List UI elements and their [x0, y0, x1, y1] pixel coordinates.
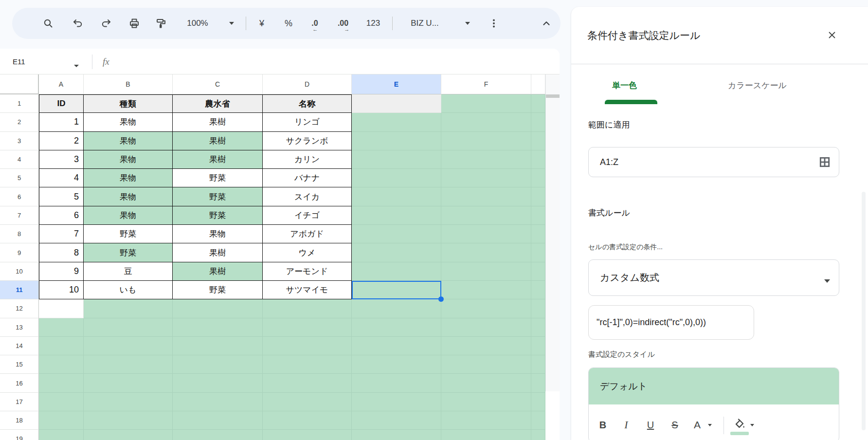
- cell-B1[interactable]: 種類: [84, 94, 173, 113]
- cell-C2[interactable]: 果樹: [173, 113, 263, 131]
- cell-D17[interactable]: [263, 393, 352, 411]
- cell-A19[interactable]: [39, 430, 84, 440]
- cell-A15[interactable]: [39, 355, 84, 374]
- collapse-toolbar-icon[interactable]: [541, 18, 552, 29]
- underline-button[interactable]: U: [642, 417, 659, 433]
- cell-C13[interactable]: [173, 318, 263, 337]
- decrease-decimal-button[interactable]: .0←: [311, 19, 318, 28]
- cell-A5[interactable]: 4: [39, 169, 84, 187]
- custom-formula-input[interactable]: "rc[-1]",0)=indirect("rc",0),0)): [588, 305, 754, 340]
- cell-C3[interactable]: 果樹: [173, 132, 263, 150]
- row-header-5[interactable]: 5: [0, 169, 39, 187]
- cell-B10[interactable]: 豆: [84, 262, 173, 281]
- column-header-D[interactable]: D: [263, 74, 352, 94]
- cell-B4[interactable]: 果物: [84, 150, 173, 169]
- cell-F13[interactable]: [441, 318, 531, 337]
- cell-D6[interactable]: スイカ: [263, 187, 352, 206]
- print-icon[interactable]: [128, 18, 140, 29]
- row-header-14[interactable]: 14: [0, 337, 39, 355]
- more-options-icon[interactable]: [488, 18, 500, 29]
- cell-D5[interactable]: バナナ: [263, 169, 352, 187]
- cell-D3[interactable]: サクランボ: [263, 132, 352, 150]
- cell-A11[interactable]: 10: [39, 281, 84, 299]
- cell-G8[interactable]: [531, 225, 545, 243]
- scrollbar-thumb[interactable]: [546, 94, 560, 98]
- cell-C7[interactable]: 野菜: [173, 206, 263, 225]
- cell-F4[interactable]: [441, 150, 531, 169]
- cell-D1[interactable]: 名称: [263, 94, 352, 113]
- row-header-18[interactable]: 18: [0, 411, 39, 430]
- cell-A16[interactable]: [39, 374, 84, 392]
- row-header-12[interactable]: 12: [0, 299, 39, 318]
- cell-F6[interactable]: [441, 187, 531, 206]
- cell-D7[interactable]: イチゴ: [263, 206, 352, 225]
- column-header-B[interactable]: B: [84, 74, 173, 94]
- cell-F16[interactable]: [441, 374, 531, 392]
- cell-F10[interactable]: [441, 262, 531, 281]
- cell-G18[interactable]: [531, 411, 545, 430]
- column-header-E[interactable]: E: [352, 74, 441, 94]
- cell-G14[interactable]: [531, 337, 545, 355]
- cell-B12[interactable]: [84, 299, 173, 318]
- cell-G15[interactable]: [531, 355, 545, 374]
- cell-C6[interactable]: 野菜: [173, 187, 263, 206]
- row-header-3[interactable]: 3: [0, 132, 39, 150]
- cell-D13[interactable]: [263, 318, 352, 337]
- strikethrough-button[interactable]: S: [667, 417, 683, 433]
- column-header-A[interactable]: A: [39, 74, 84, 94]
- cell-G5[interactable]: [531, 169, 545, 187]
- cell-B13[interactable]: [84, 318, 173, 337]
- cell-D8[interactable]: アボガド: [263, 225, 352, 243]
- cell-E6[interactable]: [352, 187, 441, 206]
- cell-G9[interactable]: [531, 243, 545, 262]
- cell-G16[interactable]: [531, 374, 545, 392]
- cell-C14[interactable]: [173, 337, 263, 355]
- cell-A1[interactable]: ID: [39, 94, 84, 113]
- cell-G4[interactable]: [531, 150, 545, 169]
- name-box-caret-icon[interactable]: [74, 60, 79, 69]
- row-header-16[interactable]: 16: [0, 374, 39, 392]
- cell-F5[interactable]: [441, 169, 531, 187]
- increase-decimal-button[interactable]: .00→: [338, 19, 348, 28]
- row-header-2[interactable]: 2: [0, 113, 39, 131]
- cell-B19[interactable]: [84, 430, 173, 440]
- cell-B16[interactable]: [84, 374, 173, 392]
- cell-A9[interactable]: 8: [39, 243, 84, 262]
- cell-F7[interactable]: [441, 206, 531, 225]
- cell-A10[interactable]: 9: [39, 262, 84, 281]
- cell-F15[interactable]: [441, 355, 531, 374]
- cell-G1[interactable]: [531, 94, 545, 113]
- cell-C10[interactable]: 果樹: [173, 262, 263, 281]
- cell-D16[interactable]: [263, 374, 352, 392]
- row-header-11[interactable]: 11: [0, 281, 39, 299]
- cell-A18[interactable]: [39, 411, 84, 430]
- cell-D10[interactable]: アーモンド: [263, 262, 352, 281]
- cell-G6[interactable]: [531, 187, 545, 206]
- cell-G12[interactable]: [531, 299, 545, 318]
- cell-F3[interactable]: [441, 132, 531, 150]
- row-header-13[interactable]: 13: [0, 318, 39, 337]
- row-header-7[interactable]: 7: [0, 206, 39, 225]
- cell-F14[interactable]: [441, 337, 531, 355]
- cell-D4[interactable]: カリン: [263, 150, 352, 169]
- row-header-8[interactable]: 8: [0, 225, 39, 243]
- select-data-range-icon[interactable]: [818, 156, 831, 168]
- cell-A12[interactable]: [39, 299, 84, 318]
- cell-B2[interactable]: 果物: [84, 113, 173, 131]
- tab-color-scale[interactable]: カラースケール: [728, 80, 787, 91]
- cell-D18[interactable]: [263, 411, 352, 430]
- search-icon[interactable]: [42, 18, 54, 29]
- cell-E14[interactable]: [352, 337, 441, 355]
- cell-E18[interactable]: [352, 411, 441, 430]
- condition-select[interactable]: カスタム数式: [588, 259, 839, 296]
- cell-E19[interactable]: [352, 430, 441, 440]
- cell-D15[interactable]: [263, 355, 352, 374]
- cell-F19[interactable]: [441, 430, 531, 440]
- row-header-1[interactable]: 1: [0, 94, 39, 113]
- percent-format-button[interactable]: %: [285, 18, 292, 29]
- column-header-partial[interactable]: [531, 74, 545, 94]
- vertical-scrollbar[interactable]: [545, 74, 560, 391]
- cell-E7[interactable]: [352, 206, 441, 225]
- cell-G19[interactable]: [531, 430, 545, 440]
- cell-A6[interactable]: 5: [39, 187, 84, 206]
